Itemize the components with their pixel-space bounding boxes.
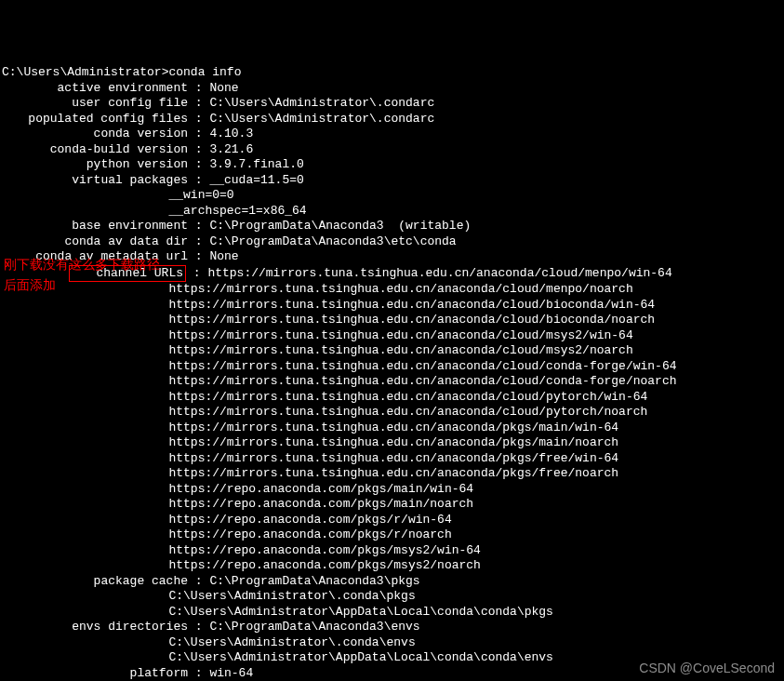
indent bbox=[2, 421, 168, 434]
info-label: populated config files bbox=[2, 112, 188, 127]
info-row: https://mirrors.tuna.tsinghua.edu.cn/ana… bbox=[2, 421, 784, 436]
info-value: https://mirrors.tuna.tsinghua.edu.cn/ana… bbox=[207, 266, 671, 280]
info-row: user config file : C:\Users\Administrato… bbox=[2, 96, 784, 112]
info-row: C:\Users\Administrator\AppData\Local\con… bbox=[2, 605, 784, 621]
indent bbox=[2, 650, 168, 664]
info-row: https://repo.anaconda.com/pkgs/main/noar… bbox=[2, 497, 784, 513]
info-label: conda version bbox=[2, 127, 188, 142]
info-row: https://mirrors.tuna.tsinghua.edu.cn/ana… bbox=[2, 313, 784, 328]
info-row: envs directories : C:\ProgramData\Anacon… bbox=[2, 620, 784, 635]
info-value: https://mirrors.tuna.tsinghua.edu.cn/ana… bbox=[168, 374, 676, 388]
info-value: C:\Users\Administrator\.conda\pkgs bbox=[168, 589, 415, 603]
indent bbox=[2, 204, 168, 218]
typed-command[interactable]: conda info bbox=[168, 65, 241, 79]
info-value: https://repo.anaconda.com/pkgs/msys2/win… bbox=[168, 543, 480, 557]
info-value: 3.9.7.final.0 bbox=[209, 157, 303, 171]
info-row: https://mirrors.tuna.tsinghua.edu.cn/ana… bbox=[2, 435, 784, 451]
info-label: package cache bbox=[2, 574, 188, 590]
info-value: C:\Users\Administrator\AppData\Local\con… bbox=[168, 605, 552, 619]
info-row: https://mirrors.tuna.tsinghua.edu.cn/ana… bbox=[2, 451, 784, 467]
info-row: https://repo.anaconda.com/pkgs/main/win-… bbox=[2, 482, 784, 498]
indent bbox=[2, 435, 168, 449]
separator: : bbox=[188, 112, 209, 126]
info-value: https://repo.anaconda.com/pkgs/msys2/noa… bbox=[168, 558, 480, 572]
info-row: https://repo.anaconda.com/pkgs/msys2/noa… bbox=[2, 558, 784, 574]
indent bbox=[2, 374, 168, 388]
info-value: https://repo.anaconda.com/pkgs/r/noarch bbox=[168, 527, 451, 541]
info-row: __win=0=0 bbox=[2, 188, 784, 204]
info-row: python version : 3.9.7.final.0 bbox=[2, 157, 784, 173]
info-row: https://repo.anaconda.com/pkgs/r/noarch bbox=[2, 527, 784, 543]
info-row: C:\Users\Administrator\.conda\pkgs bbox=[2, 589, 784, 605]
info-value: C:\ProgramData\Anaconda3 (writable) bbox=[209, 219, 471, 233]
info-row: conda-build version : 3.21.6 bbox=[2, 142, 784, 158]
indent bbox=[2, 188, 168, 202]
info-row: https://repo.anaconda.com/pkgs/r/win-64 bbox=[2, 513, 784, 528]
info-value: None bbox=[209, 249, 238, 263]
separator: : bbox=[188, 574, 209, 588]
info-row: https://mirrors.tuna.tsinghua.edu.cn/ana… bbox=[2, 328, 784, 344]
info-value: __archspec=1=x86_64 bbox=[168, 204, 306, 218]
info-value: C:\Users\Administrator\AppData\Local\con… bbox=[168, 650, 552, 664]
info-value: https://repo.anaconda.com/pkgs/main/noar… bbox=[168, 497, 473, 511]
info-label: python version bbox=[2, 157, 188, 173]
info-row: https://mirrors.tuna.tsinghua.edu.cn/ana… bbox=[2, 343, 784, 359]
info-value: https://mirrors.tuna.tsinghua.edu.cn/ana… bbox=[168, 466, 618, 480]
indent bbox=[2, 466, 168, 480]
indent bbox=[2, 527, 168, 541]
info-value: __cuda=11.5=0 bbox=[209, 173, 303, 187]
separator: : bbox=[188, 157, 209, 171]
separator: : bbox=[188, 173, 209, 187]
separator: : bbox=[188, 234, 209, 248]
indent bbox=[2, 513, 168, 527]
info-row: C:\Users\Administrator\.conda\envs bbox=[2, 635, 784, 651]
info-row: https://mirrors.tuna.tsinghua.edu.cn/ana… bbox=[2, 374, 784, 390]
info-label: base environment bbox=[2, 219, 188, 234]
info-row: https://mirrors.tuna.tsinghua.edu.cn/ana… bbox=[2, 390, 784, 406]
info-value: https://mirrors.tuna.tsinghua.edu.cn/ana… bbox=[168, 282, 632, 296]
info-value: C:\Users\Administrator\.condarc bbox=[209, 112, 434, 126]
info-row: package cache : C:\ProgramData\Anaconda3… bbox=[2, 574, 784, 590]
info-row: https://mirrors.tuna.tsinghua.edu.cn/ana… bbox=[2, 298, 784, 314]
indent bbox=[2, 359, 168, 373]
info-row: https://mirrors.tuna.tsinghua.edu.cn/ana… bbox=[2, 359, 784, 375]
indent bbox=[2, 328, 168, 342]
indent bbox=[2, 543, 168, 557]
info-label: conda av data dir bbox=[2, 234, 188, 250]
indent bbox=[2, 482, 168, 496]
indent bbox=[2, 298, 168, 312]
info-row: conda version : 4.10.3 bbox=[2, 127, 784, 142]
info-value: https://repo.anaconda.com/pkgs/main/win-… bbox=[168, 482, 473, 496]
info-value: C:\ProgramData\Anaconda3\etc\conda bbox=[209, 234, 456, 248]
info-row: https://mirrors.tuna.tsinghua.edu.cn/ana… bbox=[2, 405, 784, 421]
shell-prompt: C:\Users\Administrator> bbox=[2, 65, 168, 79]
info-row: base environment : C:\ProgramData\Anacon… bbox=[2, 219, 784, 234]
info-row: https://mirrors.tuna.tsinghua.edu.cn/ana… bbox=[2, 466, 784, 482]
separator: : bbox=[188, 96, 209, 110]
info-row: conda av data dir : C:\ProgramData\Anaco… bbox=[2, 234, 784, 250]
indent bbox=[2, 497, 168, 511]
info-value: https://mirrors.tuna.tsinghua.edu.cn/ana… bbox=[168, 405, 647, 419]
indent bbox=[2, 405, 168, 419]
indent bbox=[2, 635, 168, 649]
annotation-text: 刚下载没有这么多下载路径后面添加 bbox=[4, 254, 160, 295]
info-value: https://mirrors.tuna.tsinghua.edu.cn/ana… bbox=[168, 421, 618, 434]
info-row: https://repo.anaconda.com/pkgs/msys2/win… bbox=[2, 543, 784, 559]
info-value: https://mirrors.tuna.tsinghua.edu.cn/ana… bbox=[168, 435, 618, 449]
separator: : bbox=[188, 81, 209, 95]
terminal-output: C:\Users\Administrator>conda info active… bbox=[2, 65, 784, 681]
info-row: populated config files : C:\Users\Admini… bbox=[2, 112, 784, 127]
info-value: https://mirrors.tuna.tsinghua.edu.cn/ana… bbox=[168, 451, 618, 465]
separator: : bbox=[188, 127, 209, 140]
info-value: __win=0=0 bbox=[168, 188, 233, 202]
info-row: __archspec=1=x86_64 bbox=[2, 204, 784, 220]
indent bbox=[2, 451, 168, 465]
info-value: https://repo.anaconda.com/pkgs/r/win-64 bbox=[168, 513, 451, 527]
info-value: https://mirrors.tuna.tsinghua.edu.cn/ana… bbox=[168, 343, 632, 357]
separator: : bbox=[188, 142, 209, 156]
info-value: 3.21.6 bbox=[209, 142, 253, 156]
indent bbox=[2, 343, 168, 357]
info-value: https://mirrors.tuna.tsinghua.edu.cn/ana… bbox=[168, 328, 632, 342]
separator: : bbox=[188, 249, 209, 263]
info-value: C:\ProgramData\Anaconda3\pkgs bbox=[209, 574, 419, 588]
